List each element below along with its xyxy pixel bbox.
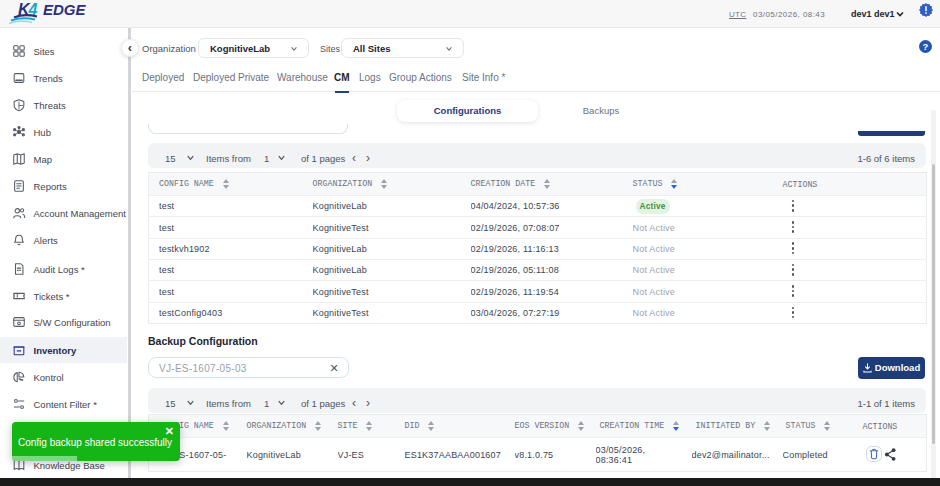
svg-text:EDGE: EDGE xyxy=(43,1,87,18)
